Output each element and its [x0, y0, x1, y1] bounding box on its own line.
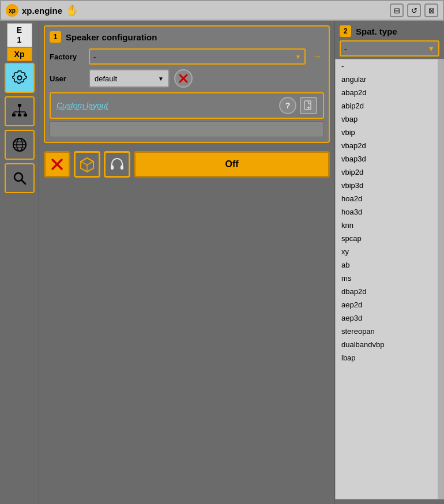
svg-line-25 [87, 161, 93, 165]
globe-icon [12, 137, 28, 153]
cube-icon [79, 156, 95, 172]
help-button[interactable]: ? [279, 97, 296, 114]
svg-rect-1 [12, 114, 16, 116]
svg-rect-2 [18, 114, 21, 116]
user-dropdown[interactable]: default ▼ [89, 69, 170, 88]
spat-list-item[interactable]: lbap [336, 351, 443, 364]
spat-list-item[interactable]: spcap [336, 232, 443, 245]
spat-badge: 2 [340, 25, 351, 37]
refresh-button[interactable]: ↺ [407, 3, 421, 17]
network-icon [11, 103, 28, 120]
spat-title: Spat. type [356, 27, 397, 36]
spat-list-item[interactable]: angular [336, 73, 443, 86]
sidebar-item-network[interactable] [5, 96, 35, 126]
spat-list-item[interactable]: abap2d [336, 86, 443, 99]
headphones-button[interactable] [104, 151, 130, 178]
app-icon: xp [6, 4, 18, 17]
hand-icon: ✋ [66, 4, 78, 17]
factory-dropdown[interactable]: - ▼ [89, 48, 306, 65]
spat-list-item[interactable]: dbap2d [336, 285, 443, 298]
main-area: E1 Xp [0, 21, 444, 504]
off-button[interactable]: Off [134, 151, 330, 178]
config-header: 1 Speaker configuration [50, 31, 324, 43]
close-icon [178, 73, 189, 84]
close-toolbar-button[interactable] [44, 151, 70, 178]
factory-value: - [93, 52, 96, 61]
speaker-config-box: 1 Speaker configuration Factory - ▼ → Us… [44, 25, 330, 143]
sidebar-item-globe[interactable] [5, 130, 35, 160]
spat-list-item[interactable]: - [336, 59, 443, 73]
sidebar-e1[interactable]: E1 [7, 23, 32, 47]
new-file-button[interactable] [300, 97, 317, 114]
spat-list-item[interactable]: aep2d [336, 298, 443, 311]
headphones-icon [110, 157, 125, 172]
svg-marker-22 [81, 158, 93, 165]
user-label: User [50, 74, 84, 83]
spat-list-item[interactable]: abip2d [336, 99, 443, 112]
spat-list-item[interactable]: knn [336, 219, 443, 232]
search-icon [12, 171, 27, 186]
svg-rect-3 [24, 114, 27, 116]
minimize-button[interactable]: ⊟ [390, 3, 404, 17]
user-row: User default ▼ [50, 69, 324, 88]
spat-header: 2 Spat. type [335, 25, 444, 37]
off-label: Off [225, 159, 238, 170]
gear-icon [12, 70, 28, 86]
svg-line-24 [81, 161, 87, 165]
spat-list-item[interactable]: stereopan [336, 325, 443, 338]
right-panel: 2 Spat. type - ▼ -angularabap2dabip2dvba… [334, 21, 444, 504]
sidebar-label-group: E1 Xp [7, 23, 32, 61]
user-dropdown-arrow: ▼ [158, 76, 164, 82]
title-bar: xp xp.engine ✋ ⊟ ↺ ⊠ [0, 0, 444, 21]
spat-scrollbar[interactable] [438, 59, 443, 499]
spat-list-item[interactable]: dualbandvbp [336, 338, 443, 351]
app-title: xp.engine [22, 6, 62, 16]
custom-layout-actions: ? [279, 97, 317, 114]
svg-line-13 [21, 180, 25, 184]
spat-dropdown-arrow: ▼ [427, 44, 435, 53]
sidebar-item-gear[interactable] [5, 63, 35, 93]
spat-list-item[interactable]: vbap3d [336, 152, 443, 166]
sidebar-xp[interactable]: Xp [7, 47, 32, 61]
custom-layout-button[interactable]: Custom layout [57, 101, 108, 110]
title-left: xp xp.engine ✋ [6, 4, 78, 17]
spat-list-item[interactable]: hoa3d [336, 205, 443, 219]
center-panel: 1 Speaker configuration Factory - ▼ → Us… [39, 21, 334, 504]
factory-dropdown-arrow: ▼ [295, 54, 301, 60]
svg-rect-26 [111, 166, 114, 170]
factory-label: Factory [50, 52, 84, 61]
new-file-icon [303, 100, 314, 111]
config-title: Speaker configuration [66, 32, 157, 42]
sidebar-item-search[interactable] [5, 163, 35, 193]
spat-type-dropdown[interactable]: - ▼ [340, 40, 439, 57]
x-icon [51, 158, 63, 171]
config-badge: 1 [50, 31, 61, 43]
user-close-button[interactable] [174, 69, 193, 88]
spat-list-item[interactable]: vbip3d [336, 179, 443, 192]
spat-list-item[interactable]: vbap [336, 112, 443, 126]
cube-button[interactable] [74, 151, 100, 178]
spat-list-item[interactable]: xy [336, 245, 443, 258]
custom-layout-area: Custom layout ? [50, 92, 324, 119]
user-value: default [95, 74, 117, 83]
toolbar: Off [44, 151, 330, 178]
factory-row: Factory - ▼ → [50, 48, 324, 65]
spat-list-item[interactable]: vbap2d [336, 139, 443, 152]
close-button[interactable]: ⊠ [424, 3, 438, 17]
spat-list-item[interactable]: hoa2d [336, 192, 443, 205]
spat-list-item[interactable]: vbip2d [336, 166, 443, 179]
arrow-connector: → [313, 51, 322, 62]
svg-rect-27 [121, 166, 123, 170]
spat-list-item[interactable]: ab [336, 258, 443, 272]
spat-selected: - [344, 44, 347, 53]
window-controls: ⊟ ↺ ⊠ [390, 3, 438, 17]
spat-type-list[interactable]: -angularabap2dabip2dvbapvbipvbap2dvbap3d… [335, 59, 444, 499]
spat-list-item[interactable]: ms [336, 272, 443, 285]
spat-list-item[interactable]: aep3d [336, 311, 443, 325]
spat-list-item[interactable]: vbip [336, 126, 443, 139]
svg-rect-0 [18, 104, 21, 107]
config-bottom-bar [50, 121, 324, 137]
sidebar: E1 Xp [0, 21, 39, 504]
